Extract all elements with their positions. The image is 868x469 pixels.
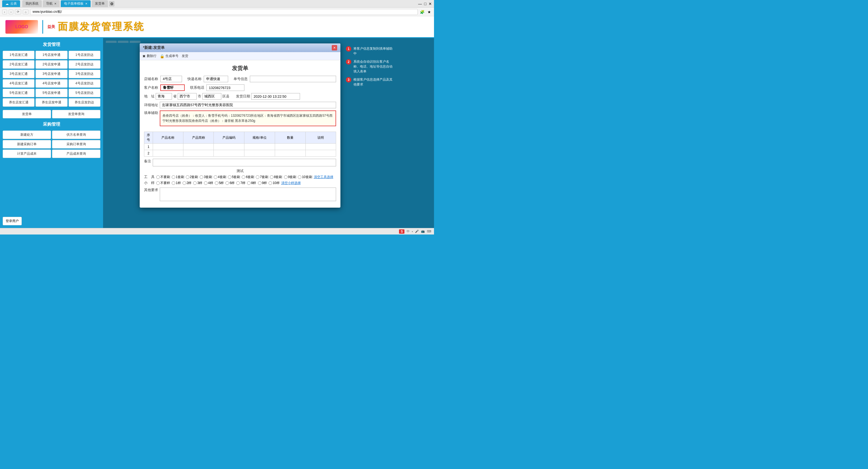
- tab-my-system[interactable]: 我的系统: [22, 0, 42, 7]
- other-req-input[interactable]: [160, 187, 336, 201]
- purchase-btn-4[interactable]: 采购订单查询: [52, 140, 100, 148]
- sample-option-4[interactable]: 4样: [204, 181, 213, 185]
- login-button[interactable]: 登录用户: [3, 217, 22, 225]
- phone-input[interactable]: [207, 84, 244, 91]
- generate-order-button[interactable]: 🔒 生成单号: [160, 54, 179, 58]
- address-bar[interactable]: [30, 9, 418, 15]
- sample-radio-9[interactable]: [258, 181, 261, 185]
- ship-btn-5[interactable]: 2号店发申通: [35, 60, 67, 69]
- tool-option-4[interactable]: 4套刷: [214, 175, 226, 179]
- cell-note-1[interactable]: [305, 144, 336, 150]
- ship-btn-11[interactable]: 4号店发申通: [35, 79, 67, 88]
- clear-sample-link[interactable]: 清空小样选择: [281, 181, 301, 185]
- tool-radio-4[interactable]: [214, 175, 217, 179]
- star-icon[interactable]: ★: [426, 9, 432, 14]
- close-button[interactable]: ✕: [429, 2, 432, 6]
- sample-radio-5[interactable]: [215, 181, 218, 185]
- tool-radio-6[interactable]: [242, 175, 245, 179]
- sample-radio-3[interactable]: [193, 181, 197, 185]
- cell-name-1[interactable]: [153, 144, 183, 150]
- clear-tool-link[interactable]: 清空工具选择: [314, 175, 333, 179]
- cell-abbr-2-input[interactable]: [185, 151, 212, 155]
- minimize-button[interactable]: —: [418, 2, 422, 6]
- tool-radio-10[interactable]: [298, 175, 301, 179]
- refresh-button[interactable]: ⟳: [15, 9, 21, 14]
- cell-spec-1-input[interactable]: [246, 145, 273, 149]
- cell-spec-2-input[interactable]: [246, 151, 273, 155]
- ship-btn-15[interactable]: 5号店发韵达: [69, 89, 100, 97]
- tool-option-9[interactable]: 9套刷: [284, 175, 297, 179]
- sample-radio-1[interactable]: [172, 181, 175, 185]
- tool-radio-2[interactable]: [186, 175, 189, 179]
- cell-abbr-1[interactable]: [183, 144, 214, 150]
- ship-btn-2[interactable]: 1号店发申通: [35, 51, 67, 59]
- order-info-input[interactable]: [250, 76, 336, 82]
- cell-spec-2[interactable]: [244, 150, 275, 156]
- tool-radio-5[interactable]: [228, 175, 231, 179]
- purchase-btn-3[interactable]: 新建采购订单: [3, 140, 51, 148]
- province-input[interactable]: [156, 93, 172, 99]
- maximize-button[interactable]: □: [424, 2, 426, 6]
- tool-radio-9[interactable]: [284, 175, 287, 179]
- tab-nav[interactable]: 导航 ✕: [43, 0, 60, 7]
- cell-qty-1[interactable]: [275, 144, 305, 150]
- ship-btn-7[interactable]: 3号店发汇通: [3, 70, 34, 78]
- ship-btn-8[interactable]: 3号店发申通: [35, 70, 67, 78]
- extensions-icon[interactable]: 🧩: [420, 9, 425, 14]
- purchase-btn-6[interactable]: 产品成本查询: [52, 150, 100, 158]
- back-button[interactable]: ‹: [2, 9, 7, 14]
- tool-option-6[interactable]: 6套刷: [242, 175, 254, 179]
- sample-option-8[interactable]: 8样: [247, 181, 256, 185]
- tool-option-5[interactable]: 5套刷: [228, 175, 240, 179]
- tool-radio-1[interactable]: [172, 175, 175, 179]
- sample-option-9[interactable]: 9样: [258, 181, 267, 185]
- ship-btn-3[interactable]: 1号店发韵达: [69, 51, 100, 59]
- sample-option-10[interactable]: 10样: [269, 181, 279, 185]
- customer-input[interactable]: [160, 84, 185, 91]
- tab-template-close[interactable]: ✕: [85, 2, 87, 5]
- cell-name-2-input[interactable]: [155, 151, 182, 155]
- forward-button[interactable]: ›: [9, 9, 13, 14]
- sample-radio-10[interactable]: [269, 181, 272, 185]
- cell-name-2[interactable]: [153, 150, 183, 156]
- fill-helper-content[interactable]: 叁叁四号店（姓叁）：收货人：鲁雪手机号码：13208276723所在地区：青海省…: [160, 111, 336, 126]
- ship-btn-1[interactable]: 1号店发汇通: [3, 51, 34, 59]
- tool-option-0[interactable]: 不要刷: [156, 175, 170, 179]
- tool-option-8[interactable]: 8套刷: [270, 175, 282, 179]
- cell-note-2[interactable]: [305, 150, 336, 156]
- detail-address-input[interactable]: [160, 102, 336, 108]
- delete-row-button[interactable]: ✖ 删除行: [143, 54, 156, 58]
- express-input[interactable]: [204, 76, 228, 82]
- ship-order-query-button[interactable]: 发货单查询: [52, 110, 100, 118]
- sample-radio-7[interactable]: [236, 181, 240, 185]
- cell-name-1-input[interactable]: [155, 145, 182, 149]
- cell-code-1-input[interactable]: [215, 145, 242, 149]
- sample-option-3[interactable]: 3样: [193, 181, 203, 185]
- tool-radio-7[interactable]: [256, 175, 259, 179]
- tool-option-7[interactable]: 7套刷: [256, 175, 268, 179]
- cell-qty-2-input[interactable]: [277, 151, 304, 155]
- sample-option-2[interactable]: 2样: [183, 181, 192, 185]
- sample-option-6[interactable]: 6样: [225, 181, 235, 185]
- ship-btn-10[interactable]: 4号店发汇通: [3, 79, 34, 88]
- cell-code-1[interactable]: [214, 144, 244, 150]
- sample-radio-4[interactable]: [204, 181, 208, 185]
- tool-option-3[interactable]: 3套刷: [199, 175, 212, 179]
- tab-ship[interactable]: 发货单: [92, 0, 108, 7]
- ship-btn-6[interactable]: 2号店发韵达: [69, 60, 100, 69]
- tool-radio-0[interactable]: [156, 175, 160, 179]
- store-name-input[interactable]: [160, 76, 182, 82]
- cell-code-2-input[interactable]: [215, 151, 242, 155]
- purchase-btn-2[interactable]: 供方名单查询: [52, 130, 100, 139]
- tool-option-10[interactable]: 10套刷: [298, 175, 312, 179]
- ship-btn-9[interactable]: 3号店发韵达: [69, 70, 100, 78]
- ship-order-button[interactable]: 发货单: [3, 110, 51, 118]
- cell-abbr-2[interactable]: [183, 150, 214, 156]
- sample-option-0[interactable]: 不要样: [156, 181, 170, 185]
- cell-abbr-1-input[interactable]: [185, 145, 212, 149]
- district-input[interactable]: [203, 93, 221, 99]
- tab-cloud[interactable]: ☁ 云表: [2, 0, 20, 7]
- notes-input[interactable]: [153, 159, 336, 166]
- tab-template[interactable]: 电子面单模板 ✕: [61, 0, 91, 7]
- tool-radio-3[interactable]: [199, 175, 203, 179]
